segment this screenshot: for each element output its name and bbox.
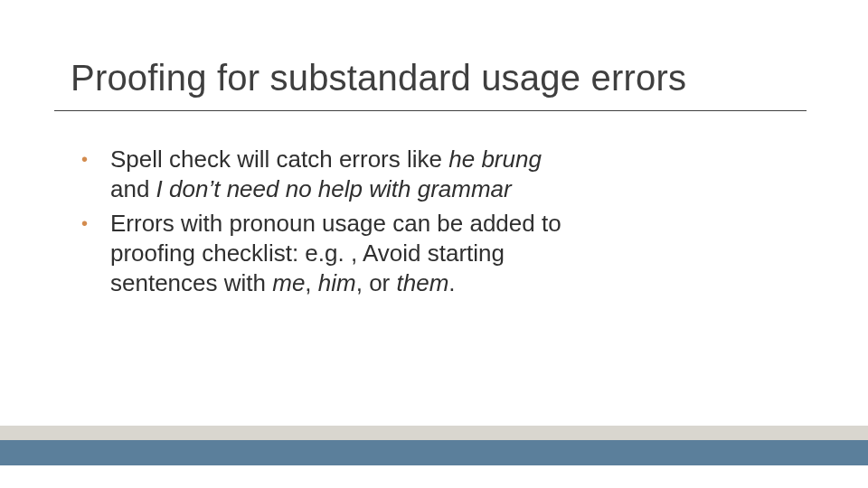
footer-band [0, 426, 868, 465]
bullet-item: • Spell check will catch errors like he … [81, 145, 570, 205]
slide: Proofing for substandard usage errors • … [0, 0, 868, 488]
bullet-item: • Errors with pronoun usage can be added… [81, 209, 570, 299]
footer-band-bottom [0, 440, 868, 465]
slide-body: • Spell check will catch errors like he … [81, 145, 570, 302]
bullet-text: Spell check will catch errors like he br… [110, 145, 570, 205]
title-underline [54, 110, 807, 111]
slide-title: Proofing for substandard usage errors [71, 58, 686, 99]
footer-band-top [0, 426, 868, 440]
bullet-icon: • [81, 209, 110, 299]
bullet-text: Errors with pronoun usage can be added t… [110, 209, 570, 299]
bullet-icon: • [81, 145, 110, 205]
